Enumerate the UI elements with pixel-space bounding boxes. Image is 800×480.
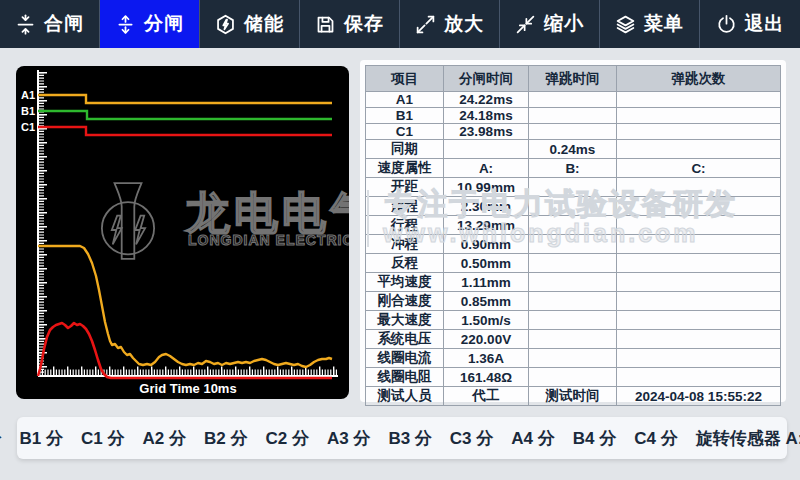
energy-storage-button[interactable]: 储能	[200, 0, 300, 48]
cell	[617, 311, 781, 330]
table-row-b1: B124.18ms	[366, 108, 781, 124]
zoom-in-icon	[415, 14, 436, 35]
toolbar: 合闸 分闸 储能 保存	[0, 0, 800, 48]
cell	[529, 349, 617, 368]
table-row-a1: A124.22ms	[366, 92, 781, 108]
cell: 代工	[444, 387, 529, 406]
save-button[interactable]: 保存	[300, 0, 400, 48]
table-row-avg-speed: 平均速度1.11mm	[366, 273, 781, 292]
header-open-time: 分闸时间	[444, 66, 529, 92]
channel-label-c1: C1	[21, 121, 35, 133]
cell	[529, 292, 617, 311]
results-table: 项目 分闸时间 弹跳时间 弹跳次数 A124.22ms B124.18ms C1…	[365, 65, 781, 406]
switch-close-button[interactable]: 合闸	[0, 0, 100, 48]
cell	[529, 330, 617, 349]
cell: 刚合速度	[366, 292, 444, 311]
cell	[529, 124, 617, 140]
table-row-coil-current: 线圈电流1.36A	[366, 349, 781, 368]
cell: 24.22ms	[444, 92, 529, 108]
cell	[617, 349, 781, 368]
zoom-in-button[interactable]: 放大	[400, 0, 500, 48]
cell: 0.90mm	[444, 235, 529, 254]
menu-button[interactable]: 菜单	[600, 0, 700, 48]
zoom-out-button[interactable]: 缩小	[500, 0, 600, 48]
table-row-open-distance: 开距10.99mm	[366, 178, 781, 197]
grid-time-label: Grid Time 10ms	[139, 381, 236, 396]
switch-close-icon	[15, 14, 36, 35]
exit-label: 退出	[745, 11, 785, 37]
cell: 161.48Ω	[444, 368, 529, 387]
channel-status-b1: B1 分	[20, 427, 63, 450]
cell: C:	[617, 159, 781, 178]
cell	[617, 330, 781, 349]
channel-status-a3: A3 分	[327, 427, 370, 450]
cell: 23.98ms	[444, 124, 529, 140]
cell	[617, 216, 781, 235]
switch-open-icon	[115, 14, 136, 35]
channel-status-c1: C1 分	[81, 427, 124, 450]
cell: 2.30mm	[444, 197, 529, 216]
cell: B:	[529, 159, 617, 178]
cell: 冲程	[366, 235, 444, 254]
channel-status-c4: C4 分	[634, 427, 677, 450]
channel-status-b3: B3 分	[388, 427, 431, 450]
switch-open-button[interactable]: 分闸	[100, 0, 200, 48]
cell	[444, 140, 529, 159]
waveform-plot: A1 B1 C1 Grid Time 10ms	[16, 66, 349, 399]
cell: A:	[444, 159, 529, 178]
header-item: 项目	[366, 66, 444, 92]
zoom-out-icon	[515, 14, 536, 35]
channel-status-a2: A2 分	[143, 427, 186, 450]
cell: 24.18ms	[444, 108, 529, 124]
cell: 系统电压	[366, 330, 444, 349]
cell: 10.99mm	[444, 178, 529, 197]
cell	[617, 92, 781, 108]
zoom-out-label: 缩小	[544, 11, 584, 37]
exit-button[interactable]: 退出	[700, 0, 800, 48]
zoom-in-label: 放大	[444, 11, 484, 37]
cell: 测试时间	[529, 387, 617, 406]
cell	[529, 273, 617, 292]
table-row-overtravel: 超程2.30mm	[366, 197, 781, 216]
energy-storage-label: 储能	[244, 11, 284, 37]
energy-storage-icon	[215, 14, 236, 35]
cell	[617, 124, 781, 140]
channel-status-a1: A1 分	[0, 427, 2, 450]
channel-status-a4: A4 分	[511, 427, 554, 450]
cell	[529, 92, 617, 108]
cell: B1	[366, 108, 444, 124]
save-icon	[315, 14, 336, 35]
cell: 线圈电流	[366, 349, 444, 368]
table-row-c1: C123.98ms	[366, 124, 781, 140]
cell: 1.36A	[444, 349, 529, 368]
header-bounce-time: 弹跳时间	[529, 66, 617, 92]
menu-label: 菜单	[644, 11, 684, 37]
channel-label-a1: A1	[21, 89, 35, 101]
cell: 1.50m/s	[444, 311, 529, 330]
cell	[617, 254, 781, 273]
cell	[617, 108, 781, 124]
switch-open-label: 分闸	[144, 11, 184, 37]
trace-c1-contact	[38, 127, 332, 135]
cell	[529, 235, 617, 254]
cell: 平均速度	[366, 273, 444, 292]
switch-close-label: 合闸	[44, 11, 84, 37]
menu-icon	[615, 14, 636, 35]
cell: 2024-04-08 15:55:22	[617, 387, 781, 406]
cell: C1	[366, 124, 444, 140]
channel-status-c2: C2 分	[265, 427, 308, 450]
cell: 同期	[366, 140, 444, 159]
cell	[617, 140, 781, 159]
cell: 超程	[366, 197, 444, 216]
cell: 测试人员	[366, 387, 444, 406]
table-row-coil-resistance: 线圈电阻161.48Ω	[366, 368, 781, 387]
save-label: 保存	[344, 11, 384, 37]
cell	[529, 368, 617, 387]
cell: 13.29mm	[444, 216, 529, 235]
table-row-rebound: 反程0.50mm	[366, 254, 781, 273]
table-row-travel: 行程13.29mm	[366, 216, 781, 235]
cell	[617, 178, 781, 197]
cell: 最大速度	[366, 311, 444, 330]
cell: 行程	[366, 216, 444, 235]
cell: 0.24ms	[529, 140, 617, 159]
